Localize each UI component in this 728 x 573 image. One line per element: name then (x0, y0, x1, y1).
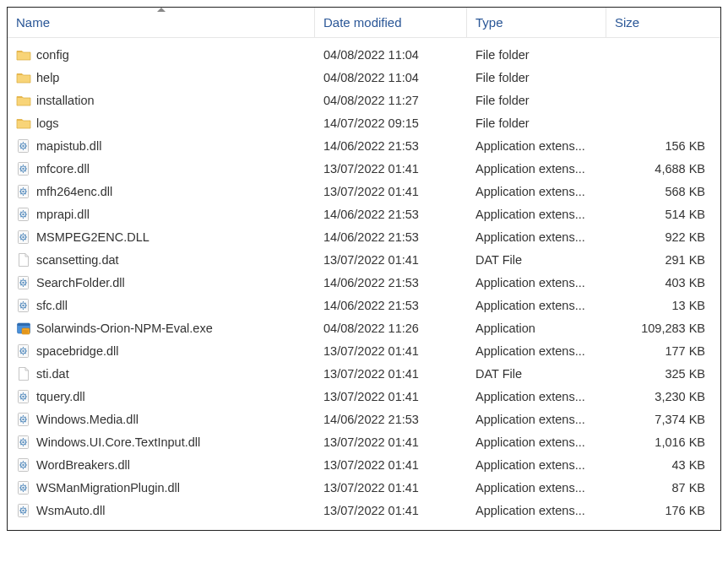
file-size-cell: 109,283 KB (606, 322, 720, 335)
file-size-cell: 514 KB (606, 208, 720, 221)
file-date-cell: 04/08/2022 11:26 (315, 322, 467, 335)
file-size-cell: 13 KB (606, 299, 720, 312)
file-name-cell: MSMPEG2ENC.DLL (8, 230, 315, 245)
file-row[interactable]: config04/08/2022 11:04File folder (8, 43, 720, 66)
file-row[interactable]: MSMPEG2ENC.DLL14/06/2022 21:53Applicatio… (8, 225, 720, 248)
file-size-cell: 568 KB (606, 185, 720, 198)
dll-icon (16, 138, 31, 154)
file-type-cell: Application extens... (467, 299, 606, 312)
file-type-cell: File folder (467, 71, 606, 84)
dll-icon (16, 275, 31, 290)
file-size-cell: 922 KB (606, 230, 720, 244)
column-header-date-label: Date modified (323, 15, 402, 30)
file-rows: config04/08/2022 11:04File folderhelp04/… (8, 38, 720, 530)
file-name-label: Solarwinds-Orion-NPM-Eval.exe (36, 322, 213, 335)
file-name-cell: sfc.dll (8, 298, 315, 313)
file-type-cell: Application extens... (467, 139, 606, 153)
file-row[interactable]: Windows.UI.Core.TextInput.dll13/07/2022 … (8, 430, 720, 453)
column-header-size-label: Size (615, 15, 639, 30)
file-date-cell: 04/08/2022 11:27 (315, 94, 467, 107)
column-header-date[interactable]: Date modified (315, 8, 467, 37)
file-name-cell: logs (8, 116, 315, 131)
file-name-cell: scansetting.dat (8, 252, 315, 268)
file-size-cell: 43 KB (606, 458, 720, 472)
file-size-cell: 87 KB (606, 481, 720, 495)
file-row[interactable]: help04/08/2022 11:04File folder (8, 66, 720, 89)
dll-icon (16, 412, 31, 427)
file-size-cell: 325 KB (606, 367, 720, 381)
file-name-label: Windows.Media.dll (36, 413, 139, 426)
file-row[interactable]: sti.dat13/07/2022 01:41DAT File325 KB (8, 362, 720, 385)
file-name-label: sfc.dll (36, 299, 68, 312)
file-name-cell: WsmAuto.dll (8, 503, 315, 518)
file-name-cell: config (8, 47, 315, 62)
file-row[interactable]: Windows.Media.dll14/06/2022 21:53Applica… (8, 408, 720, 430)
file-name-cell: Solarwinds-Orion-NPM-Eval.exe (8, 321, 315, 336)
file-type-cell: Application extens... (467, 504, 606, 517)
file-row[interactable]: sfc.dll14/06/2022 21:53Application exten… (8, 294, 720, 316)
file-type-cell: Application extens... (467, 435, 606, 449)
file-date-cell: 13/07/2022 01:41 (315, 367, 467, 381)
file-date-cell: 14/06/2022 21:53 (315, 208, 467, 221)
column-header-name-label: Name (16, 15, 50, 30)
file-size-cell: 7,374 KB (606, 413, 720, 426)
file-row[interactable]: tquery.dll13/07/2022 01:41Application ex… (8, 385, 720, 408)
file-type-cell: Application (467, 322, 606, 335)
file-row[interactable]: SearchFolder.dll14/06/2022 21:53Applicat… (8, 271, 720, 294)
file-date-cell: 04/08/2022 11:04 (315, 48, 467, 62)
file-date-cell: 13/07/2022 01:41 (315, 185, 467, 198)
file-name-label: spacebridge.dll (36, 344, 119, 358)
dll-icon (16, 457, 31, 473)
file-date-cell: 13/07/2022 01:41 (315, 253, 467, 267)
folder-icon (16, 116, 31, 131)
file-row[interactable]: mfcore.dll13/07/2022 01:41Application ex… (8, 157, 720, 180)
file-row[interactable]: mprapi.dll14/06/2022 21:53Application ex… (8, 203, 720, 225)
file-type-cell: Application extens... (467, 481, 606, 495)
file-date-cell: 13/07/2022 01:41 (315, 458, 467, 472)
file-row[interactable]: spacebridge.dll13/07/2022 01:41Applicati… (8, 339, 720, 362)
file-row[interactable]: WordBreakers.dll13/07/2022 01:41Applicat… (8, 453, 720, 476)
file-type-cell: Application extens... (467, 230, 606, 244)
file-name-cell: sti.dat (8, 366, 315, 381)
file-name-cell: installation (8, 93, 315, 108)
column-header-size[interactable]: Size (606, 8, 720, 37)
file-row[interactable]: Solarwinds-Orion-NPM-Eval.exe04/08/2022 … (8, 316, 720, 339)
file-date-cell: 13/07/2022 01:41 (315, 390, 467, 403)
file-date-cell: 04/08/2022 11:04 (315, 71, 467, 84)
file-size-cell: 177 KB (606, 344, 720, 358)
file-row[interactable]: scansetting.dat13/07/2022 01:41DAT File2… (8, 248, 720, 271)
dll-icon (16, 389, 31, 404)
file-row[interactable]: logs14/07/2022 09:15File folder (8, 111, 720, 134)
file-icon (16, 252, 31, 268)
file-row[interactable]: mfh264enc.dll13/07/2022 01:41Application… (8, 180, 720, 203)
file-type-cell: Application extens... (467, 185, 606, 198)
file-row[interactable]: mapistub.dll14/06/2022 21:53Application … (8, 134, 720, 157)
file-type-cell: Application extens... (467, 208, 606, 221)
file-name-label: Windows.UI.Core.TextInput.dll (36, 435, 200, 449)
file-row[interactable]: WsmAuto.dll13/07/2022 01:41Application e… (8, 499, 720, 522)
file-row[interactable]: installation04/08/2022 11:27File folder (8, 89, 720, 111)
dll-icon (16, 480, 31, 495)
file-type-cell: File folder (467, 48, 606, 62)
file-name-cell: mprapi.dll (8, 207, 315, 222)
column-headers: Name Date modified Type Size (8, 8, 720, 38)
file-date-cell: 14/07/2022 09:15 (315, 116, 467, 130)
column-header-name[interactable]: Name (8, 8, 315, 37)
file-name-cell: help (8, 70, 315, 85)
file-type-cell: Application extens... (467, 162, 606, 176)
file-size-cell: 403 KB (606, 276, 720, 289)
file-name-cell: Windows.Media.dll (8, 412, 315, 427)
file-date-cell: 13/07/2022 01:41 (315, 435, 467, 449)
file-type-cell: Application extens... (467, 413, 606, 426)
file-row[interactable]: WSManMigrationPlugin.dll13/07/2022 01:41… (8, 476, 720, 499)
file-name-label: scansetting.dat (36, 253, 119, 267)
column-header-type[interactable]: Type (467, 8, 606, 37)
file-name-cell: tquery.dll (8, 389, 315, 404)
dll-icon (16, 435, 31, 450)
file-date-cell: 13/07/2022 01:41 (315, 344, 467, 358)
file-type-cell: Application extens... (467, 344, 606, 358)
file-name-cell: SearchFolder.dll (8, 275, 315, 290)
folder-icon (16, 47, 31, 62)
file-size-cell: 3,230 KB (606, 390, 720, 403)
file-name-label: installation (36, 94, 95, 107)
